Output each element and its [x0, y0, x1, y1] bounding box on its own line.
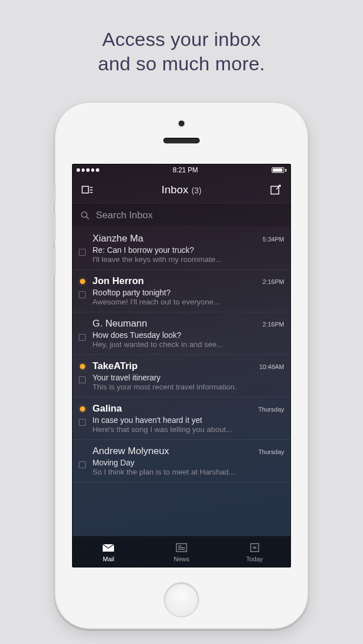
email-row[interactable]: Andrew MolyneuxThursdayMoving DaySo I th… — [72, 440, 291, 482]
email-preview: So I think the plan is to meet at Harsha… — [92, 468, 284, 476]
search-placeholder: Search Inbox — [96, 210, 153, 221]
volume-down-button — [52, 248, 56, 274]
email-time: 2:16PM — [263, 321, 284, 328]
tab-news[interactable]: News — [145, 536, 218, 567]
email-subject: Rooftop party tonight? — [92, 288, 284, 297]
mute-switch — [53, 184, 56, 201]
email-time: Thursday — [258, 448, 284, 455]
email-time: 10:48AM — [259, 363, 284, 370]
folders-button[interactable] — [80, 183, 95, 197]
headline-line-2: and so much more. — [0, 52, 363, 76]
unread-dot-icon — [80, 406, 85, 412]
status-bar: 8:21 PM — [72, 164, 291, 176]
select-checkbox[interactable] — [79, 334, 86, 341]
email-sender: Galina — [92, 403, 122, 414]
email-sender: Andrew Molyneux — [92, 446, 169, 457]
mail-icon — [102, 542, 115, 554]
phone-frame: 8:21 PM Inbox (3) — [54, 102, 309, 629]
email-sender: Jon Herron — [92, 276, 144, 287]
nav-bar: Inbox (3) — [72, 176, 291, 204]
email-row[interactable]: G. Neumann2:16PMHow does Tuesday look?He… — [72, 312, 291, 355]
battery-icon — [272, 167, 286, 173]
email-row[interactable]: GalinaThursdayIn case you haven't heard … — [72, 397, 291, 440]
volume-up-button — [52, 214, 56, 240]
tab-mail[interactable]: Mail — [72, 536, 145, 567]
email-preview: Here's that song I was telling you about… — [92, 425, 284, 434]
compose-icon — [269, 184, 282, 196]
nav-title-text: Inbox — [162, 184, 188, 196]
nav-title: Inbox (3) — [162, 184, 202, 196]
search-bar[interactable]: Search Inbox — [72, 204, 291, 227]
nav-unread-count: (3) — [192, 186, 202, 195]
folder-list-icon — [81, 184, 94, 196]
email-preview: I'll leave the keys with my roommate... — [92, 255, 284, 264]
email-sender: G. Neumann — [92, 318, 147, 329]
svg-point-5 — [82, 211, 87, 217]
unread-dot-icon — [80, 279, 85, 284]
email-time: Thursday — [258, 406, 284, 413]
svg-rect-0 — [82, 186, 88, 193]
headline-line-1: Access your inbox — [0, 27, 363, 52]
email-preview: This is your most recent travel informat… — [92, 383, 284, 391]
select-checkbox[interactable] — [79, 419, 86, 426]
email-list[interactable]: Xianzhe Ma5:34PMRe: Can I borrow your tr… — [72, 227, 291, 536]
tab-bar: MailNewsToday — [72, 536, 291, 567]
status-time: 8:21 PM — [172, 166, 198, 174]
promo-headline: Access your inbox and so much more. — [0, 0, 363, 75]
tab-today[interactable]: Today — [218, 536, 291, 567]
svg-line-6 — [86, 217, 89, 219]
select-checkbox[interactable] — [79, 461, 86, 468]
email-subject: In case you haven't heard it yet — [92, 416, 284, 425]
app-screen: 8:21 PM Inbox (3) — [72, 164, 291, 567]
email-row[interactable]: Xianzhe Ma5:34PMRe: Can I borrow your tr… — [72, 227, 291, 270]
email-preview: Awesome! I'll reach out to everyone... — [92, 298, 284, 306]
home-button[interactable] — [164, 582, 199, 617]
compose-button[interactable] — [268, 183, 283, 197]
unread-dot-icon — [80, 364, 85, 369]
tab-label: Mail — [103, 556, 114, 562]
email-row[interactable]: Jon Herron2:16PMRooftop party tonight?Aw… — [72, 270, 291, 312]
select-checkbox[interactable] — [79, 376, 86, 383]
email-subject: How does Tuesday look? — [92, 331, 284, 340]
search-icon — [80, 210, 90, 221]
email-subject: Re: Can I borrow your truck? — [92, 245, 284, 255]
news-icon — [175, 542, 188, 554]
email-sender: TakeATrip — [92, 361, 138, 372]
email-sender: Xianzhe Ma — [92, 233, 143, 244]
email-subject: Moving Day — [92, 458, 284, 467]
tab-label: Today — [246, 556, 263, 562]
email-time: 5:34PM — [263, 236, 284, 243]
select-checkbox[interactable] — [79, 249, 86, 256]
select-checkbox[interactable] — [79, 291, 86, 298]
signal-dots-icon — [77, 168, 99, 172]
today-icon — [248, 542, 261, 554]
email-time: 2:16PM — [263, 278, 284, 285]
tab-label: News — [174, 556, 189, 562]
email-subject: Your travel itinerary — [92, 373, 284, 382]
email-row[interactable]: TakeATrip10:48AMYour travel itineraryThi… — [72, 355, 291, 397]
email-preview: Hey, just wanted to check in and see... — [92, 340, 284, 349]
